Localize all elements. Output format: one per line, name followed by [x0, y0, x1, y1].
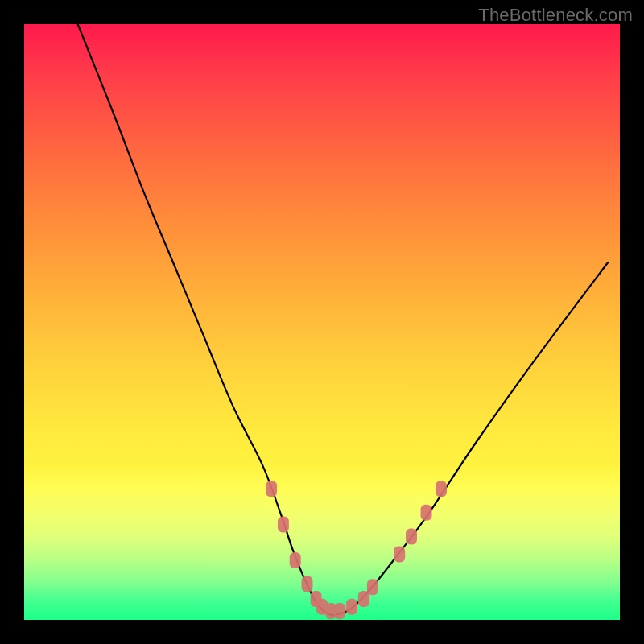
marker-point: [266, 481, 277, 497]
marker-point: [302, 576, 313, 592]
marker-point: [358, 591, 369, 607]
marker-point: [367, 579, 378, 595]
chart-frame: TheBottleneck.com: [0, 0, 644, 644]
marker-point: [346, 599, 357, 615]
curve-layer: [24, 24, 620, 620]
plot-area: [24, 24, 620, 620]
marker-point: [278, 517, 289, 533]
marker-point: [334, 603, 345, 619]
bottleneck-curve-path: [78, 24, 609, 615]
marker-point: [436, 481, 447, 497]
marker-point: [290, 552, 301, 568]
marker-point: [406, 528, 417, 544]
marker-point: [421, 505, 432, 521]
watermark-text: TheBottleneck.com: [478, 5, 633, 26]
marker-point: [394, 547, 405, 563]
